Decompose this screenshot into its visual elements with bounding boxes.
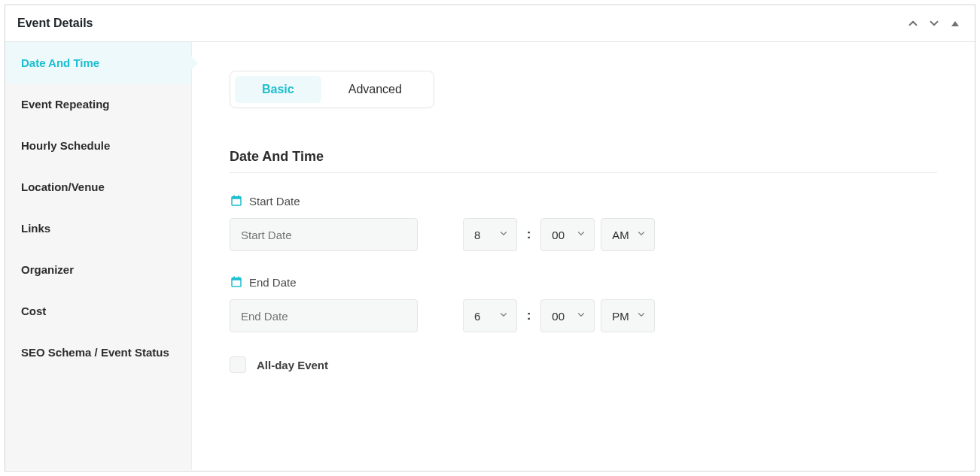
all-day-checkbox[interactable]: [230, 356, 246, 373]
time-separator: :: [523, 228, 534, 241]
collapse-icon[interactable]: [948, 16, 963, 31]
sidebar: Date And Time Event Repeating Hourly Sch…: [5, 42, 192, 470]
sidebar-item-links[interactable]: Links: [5, 208, 191, 249]
calendar-icon: [230, 275, 243, 289]
start-minute-select-wrap: 00: [540, 218, 595, 251]
end-minute-select-wrap: 00: [540, 299, 595, 332]
sidebar-item-hourly-schedule[interactable]: Hourly Schedule: [5, 125, 191, 166]
end-period-select[interactable]: PM: [601, 299, 655, 332]
start-date-label: Start Date: [249, 195, 300, 208]
section-title: Date And Time: [230, 149, 937, 173]
metabox-title: Event Details: [17, 17, 93, 30]
start-hour-select[interactable]: 8: [463, 218, 517, 251]
tab-basic[interactable]: Basic: [235, 76, 321, 103]
metabox-header: Event Details: [5, 5, 975, 42]
sidebar-item-location-venue[interactable]: Location/Venue: [5, 166, 191, 208]
start-date-input[interactable]: [230, 218, 418, 251]
time-separator: :: [523, 309, 534, 323]
tab-advanced[interactable]: Advanced: [321, 76, 429, 103]
start-date-row: Start Date 8 : 00: [230, 194, 937, 251]
all-day-label: All-day Event: [257, 359, 328, 371]
start-period-select-wrap: AM: [601, 218, 655, 251]
sidebar-item-cost[interactable]: Cost: [5, 290, 191, 332]
end-hour-select-wrap: 6: [463, 299, 517, 332]
all-day-row: All-day Event: [230, 356, 937, 373]
event-details-metabox: Event Details Date And Time Event Repeat…: [5, 5, 975, 471]
start-minute-select[interactable]: 00: [540, 218, 595, 251]
move-up-icon[interactable]: [905, 16, 921, 31]
sidebar-item-label: Event Repeating: [21, 98, 110, 111]
end-hour-select[interactable]: 6: [463, 299, 517, 332]
end-date-inputs: 6 : 00 PM: [230, 299, 937, 332]
metabox-controls: [905, 16, 963, 31]
metabox-body: Date And Time Event Repeating Hourly Sch…: [5, 42, 975, 470]
start-hour-select-wrap: 8: [463, 218, 517, 251]
sidebar-item-label: Cost: [21, 305, 46, 317]
end-date-row: End Date 6 : 00: [230, 275, 937, 332]
start-date-inputs: 8 : 00 AM: [230, 218, 937, 251]
sidebar-item-label: Location/Venue: [21, 180, 105, 193]
end-date-input[interactable]: [230, 299, 418, 332]
end-period-select-wrap: PM: [601, 299, 655, 332]
sidebar-item-event-repeating[interactable]: Event Repeating: [5, 83, 191, 125]
sidebar-item-seo-schema[interactable]: SEO Schema / Event Status: [5, 332, 191, 373]
svg-marker-0: [951, 21, 959, 26]
start-date-label-row: Start Date: [230, 194, 937, 208]
sidebar-item-date-and-time[interactable]: Date And Time: [5, 42, 191, 83]
sidebar-item-label: SEO Schema / Event Status: [21, 346, 169, 359]
sidebar-item-label: Hourly Schedule: [21, 139, 110, 152]
calendar-icon: [230, 194, 243, 208]
move-down-icon[interactable]: [927, 16, 942, 31]
tabs: Basic Advanced: [230, 71, 434, 108]
end-date-label-row: End Date: [230, 275, 937, 289]
content-area: Basic Advanced Date And Time Start Date …: [192, 42, 975, 470]
sidebar-item-label: Organizer: [21, 263, 74, 276]
sidebar-item-label: Links: [21, 222, 50, 235]
start-period-select[interactable]: AM: [601, 218, 655, 251]
sidebar-item-label: Date And Time: [21, 56, 99, 69]
end-minute-select[interactable]: 00: [540, 299, 595, 332]
sidebar-item-organizer[interactable]: Organizer: [5, 249, 191, 290]
end-date-label: End Date: [249, 276, 297, 289]
